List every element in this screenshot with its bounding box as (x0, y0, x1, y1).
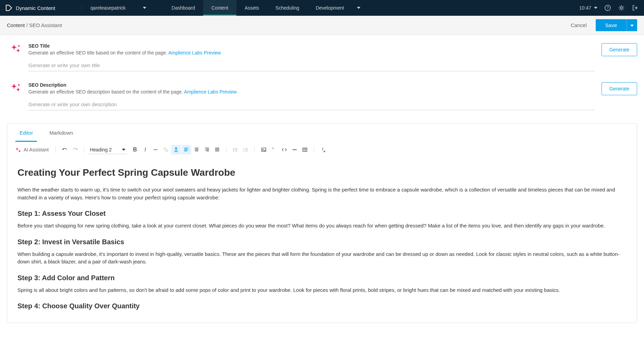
content-p2: Before you start shopping for new spring… (17, 222, 627, 230)
save-button[interactable]: Save (596, 19, 627, 31)
svg-text:?: ? (607, 6, 609, 10)
tab-markdown[interactable]: Markdown (45, 124, 77, 142)
breadcrumb-bar: Content / SEO Assistant Cancel Save (0, 16, 644, 35)
content-p4: Spring is all about bright colors and fu… (17, 286, 627, 294)
svg-text:": " (272, 147, 274, 152)
generate-title-button[interactable]: Generate (602, 43, 637, 56)
tab-dashboard[interactable]: Dashboard (163, 0, 203, 16)
content-h2-1: Step 1: Assess Your Closet (17, 208, 627, 219)
anchor-button[interactable] (171, 145, 181, 154)
brand-logo[interactable]: Dynamic Content (5, 4, 82, 11)
content-h2-2: Step 2: Invest in Versatile Basics (17, 237, 627, 247)
seo-description-content: SEO Description Generate an effective SE… (28, 82, 595, 110)
image-button[interactable] (259, 145, 269, 154)
svg-rect-14 (303, 148, 307, 151)
tab-scheduling[interactable]: Scheduling (267, 0, 307, 16)
svg-text:3: 3 (243, 150, 245, 152)
breadcrumb: Content / SEO Assistant (7, 22, 62, 28)
cancel-button[interactable]: Cancel (565, 20, 592, 31)
ai-assistant-button[interactable]: AI Assistant (24, 147, 49, 152)
align-center-button[interactable] (192, 145, 201, 154)
save-dropdown-button[interactable] (627, 19, 637, 31)
tab-editor[interactable]: Editor (15, 124, 37, 142)
tab-content[interactable]: Content (203, 0, 236, 16)
sparkle-icon (11, 82, 22, 93)
undo-button[interactable] (60, 145, 70, 154)
seo-title-desc: Generate an effective SEO title based on… (28, 50, 595, 55)
time-value: 10:47 (579, 5, 591, 11)
help-icon[interactable]: ? (604, 4, 611, 11)
gear-icon[interactable] (618, 4, 625, 11)
chevron-down-icon (630, 25, 634, 27)
breadcrumb-current: SEO Assistant (29, 22, 62, 28)
seo-title-content: SEO Title Generate an effective SEO titl… (28, 43, 595, 71)
chevron-down-icon (122, 149, 125, 151)
nav-tabs: Dashboard Content Assets Scheduling Deve… (163, 0, 369, 16)
seo-title-input[interactable] (28, 58, 595, 71)
quote-button[interactable]: " (269, 145, 279, 154)
svg-point-6 (233, 151, 234, 152)
link-button[interactable] (161, 145, 171, 154)
content-h1: Creating Your Perfect Spring Capsule War… (17, 165, 627, 180)
numbered-list-button[interactable]: 123 (241, 145, 250, 154)
tab-development[interactable]: Development (308, 0, 369, 16)
time-display[interactable]: 10:47 (579, 5, 597, 11)
brand-name: Dynamic Content (16, 5, 55, 11)
align-right-button[interactable] (202, 145, 212, 154)
redo-button[interactable] (70, 145, 80, 154)
seo-title-section: SEO Title Generate an effective SEO titl… (7, 35, 637, 74)
sparkle-icon (11, 43, 22, 54)
nav-right: 10:47 ? (579, 4, 639, 11)
seo-title-preview-link[interactable]: Amplience Labs Preview (168, 50, 221, 55)
org-selector[interactable]: qareleasepatrick (82, 5, 153, 11)
editor-toolbar: AI Assistant Heading 2 B I 123 " (7, 142, 637, 157)
hr-button[interactable] (290, 145, 299, 154)
svg-point-2 (620, 7, 622, 9)
top-navigation: Dynamic Content qareleasepatrick Dashboa… (0, 0, 644, 16)
chevron-down-icon (143, 7, 146, 9)
heading-select[interactable]: Heading 2 (88, 146, 127, 154)
tab-assets[interactable]: Assets (236, 0, 267, 16)
heading-select-label: Heading 2 (90, 147, 112, 152)
code-button[interactable] (280, 145, 289, 154)
seo-description-label: SEO Description (28, 82, 595, 88)
org-name: qareleasepatrick (90, 5, 126, 11)
bold-button[interactable]: B (130, 145, 140, 154)
svg-rect-10 (262, 148, 266, 151)
bullet-list-button[interactable] (231, 145, 240, 154)
editor-content-area[interactable]: Creating Your Perfect Spring Capsule War… (7, 157, 637, 323)
content-h2-4: Step 4: Choose Quality Over Quantity (17, 301, 627, 311)
seo-description-section: SEO Description Generate an effective SE… (7, 74, 637, 113)
svg-point-4 (233, 148, 234, 149)
align-justify-button[interactable] (212, 145, 222, 154)
seo-description-desc: Generate an effective SEO description ba… (28, 89, 595, 95)
strikethrough-button[interactable] (151, 145, 160, 154)
sparkle-icon (15, 147, 21, 152)
chevron-down-icon (594, 7, 597, 9)
breadcrumb-root[interactable]: Content (7, 22, 25, 28)
svg-rect-13 (293, 149, 297, 150)
editor-tabs: Editor Markdown (7, 124, 637, 142)
table-button[interactable] (300, 145, 310, 154)
editor-card: Editor Markdown AI Assistant Heading 2 B… (7, 123, 637, 323)
clear-format-button[interactable]: T (318, 145, 328, 154)
align-left-button[interactable] (182, 145, 191, 154)
content-p1: When the weather starts to warm up, it's… (17, 186, 627, 201)
tab-development-label: Development (316, 5, 344, 11)
svg-point-5 (233, 149, 234, 150)
breadcrumb-actions: Cancel Save (565, 19, 637, 31)
main-content: SEO Title Generate an effective SEO titl… (0, 35, 644, 330)
generate-description-button[interactable]: Generate (602, 82, 637, 95)
seo-description-preview-link[interactable]: Amplience Labs Preview (184, 89, 236, 95)
brand-icon (5, 4, 12, 11)
content-h2-3: Step 3: Add Color and Pattern (17, 273, 627, 283)
seo-description-input[interactable] (28, 97, 595, 110)
chevron-down-icon (357, 7, 360, 9)
logout-icon[interactable] (632, 4, 639, 11)
content-p3: When building a capsule wardrobe, it's i… (17, 250, 627, 266)
italic-button[interactable]: I (140, 145, 150, 154)
seo-title-label: SEO Title (28, 43, 595, 49)
